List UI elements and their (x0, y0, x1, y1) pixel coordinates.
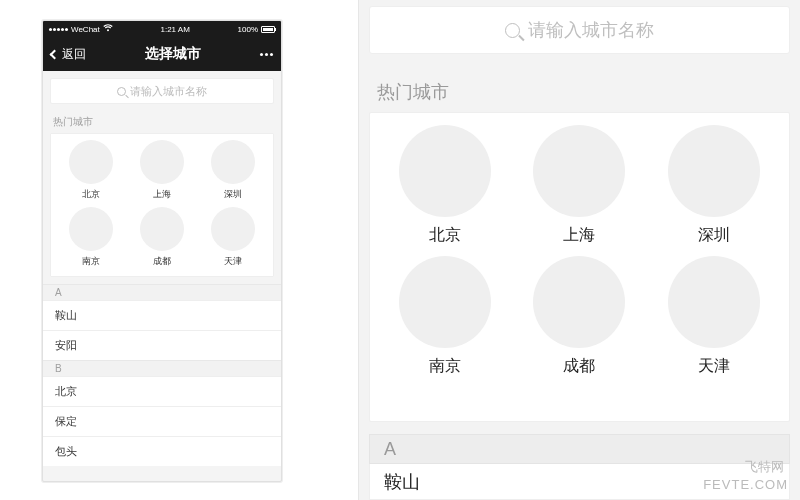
battery-icon (261, 26, 275, 33)
city-avatar (211, 207, 255, 251)
city-avatar (211, 140, 255, 184)
city-label: 成都 (153, 255, 171, 268)
hot-cities-card: 北京 上海 深圳 南京 成都 天津 (50, 133, 274, 277)
zoom-panel: 请输入城市名称 热门城市 北京 上海 深圳 南京 成都 天津 A 鞍山 (358, 0, 800, 500)
city-item[interactable]: 南京 (55, 207, 126, 268)
list-item[interactable]: 保定 (43, 406, 281, 436)
city-avatar (668, 256, 760, 348)
watermark-line1: 飞特网 (745, 458, 784, 476)
signal-icon (49, 28, 68, 31)
city-label: 成都 (563, 356, 595, 377)
city-label: 南京 (429, 356, 461, 377)
clock-label: 1:21 AM (160, 25, 189, 34)
city-item[interactable]: 北京 (55, 140, 126, 201)
city-label: 深圳 (698, 225, 730, 246)
city-avatar (69, 207, 113, 251)
city-item[interactable]: 北京 (378, 125, 512, 246)
status-bar: WeChat 1:21 AM 100% (43, 21, 281, 37)
watermark-line2: FEVTE.COM (703, 477, 788, 492)
index-header: B (43, 360, 281, 376)
search-icon (117, 87, 126, 96)
city-item[interactable]: 成都 (512, 256, 646, 377)
search-input[interactable]: 请输入城市名称 (369, 6, 790, 54)
more-button[interactable] (260, 53, 273, 56)
city-label: 上海 (563, 225, 595, 246)
city-label: 深圳 (224, 188, 242, 201)
city-item[interactable]: 深圳 (198, 140, 269, 201)
city-item[interactable]: 天津 (647, 256, 781, 377)
phone-mock: WeChat 1:21 AM 100% 返回 选择城市 请输入城市名称 热门城市… (42, 20, 282, 482)
city-avatar (140, 140, 184, 184)
city-avatar (533, 256, 625, 348)
index-header: A (369, 434, 790, 464)
list-item[interactable]: 安阳 (43, 330, 281, 360)
city-label: 北京 (429, 225, 461, 246)
page-title: 选择城市 (145, 45, 201, 63)
list-item[interactable]: 北京 (43, 376, 281, 406)
city-label: 天津 (224, 255, 242, 268)
city-avatar (140, 207, 184, 251)
city-label: 天津 (698, 356, 730, 377)
carrier-label: WeChat (71, 25, 100, 34)
hot-section-title: 热门城市 (377, 80, 449, 104)
list-item[interactable]: 包头 (43, 436, 281, 466)
city-avatar (69, 140, 113, 184)
battery-label: 100% (238, 25, 258, 34)
search-icon (505, 23, 520, 38)
city-label: 上海 (153, 188, 171, 201)
search-placeholder: 请输入城市名称 (528, 18, 654, 42)
city-avatar (668, 125, 760, 217)
hot-cities-card: 北京 上海 深圳 南京 成都 天津 (369, 112, 790, 422)
list-item[interactable]: 鞍山 (43, 300, 281, 330)
chevron-left-icon (50, 49, 60, 59)
city-label: 北京 (82, 188, 100, 201)
nav-bar: 返回 选择城市 (43, 37, 281, 71)
city-item[interactable]: 上海 (126, 140, 197, 201)
city-item[interactable]: 成都 (126, 207, 197, 268)
city-avatar (399, 125, 491, 217)
back-label: 返回 (62, 46, 86, 63)
city-avatar (533, 125, 625, 217)
city-item[interactable]: 南京 (378, 256, 512, 377)
search-placeholder: 请输入城市名称 (130, 84, 207, 99)
city-avatar (399, 256, 491, 348)
back-button[interactable]: 返回 (51, 46, 86, 63)
search-input[interactable]: 请输入城市名称 (50, 78, 274, 104)
city-label: 南京 (82, 255, 100, 268)
hot-section-title: 热门城市 (43, 111, 281, 133)
city-item[interactable]: 天津 (198, 207, 269, 268)
index-header: A (43, 284, 281, 300)
city-item[interactable]: 上海 (512, 125, 646, 246)
wifi-icon (103, 24, 113, 34)
city-item[interactable]: 深圳 (647, 125, 781, 246)
